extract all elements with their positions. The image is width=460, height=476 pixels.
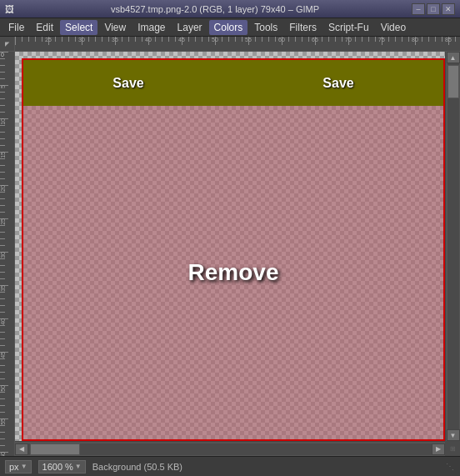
app-window: 🖼 vsb4527.tmp.png-2.0 (RGB, 1 layer) 79x… bbox=[0, 0, 460, 476]
zoom-label: 1600 % bbox=[42, 462, 73, 472]
window-title: vsb4527.tmp.png-2.0 (RGB, 1 layer) 79x40… bbox=[18, 4, 412, 14]
top-ruler: 25303540455055606570758085 bbox=[15, 37, 460, 52]
v-scroll-thumb[interactable] bbox=[448, 65, 459, 98]
unit-label: px bbox=[9, 462, 19, 472]
top-ruler-row: ◤ 25303540455055606570758085 bbox=[0, 37, 460, 52]
unit-dropdown-arrow: ▼ bbox=[21, 463, 28, 470]
left-ruler: 510152025303540455055600 bbox=[0, 52, 15, 456]
resize-grip[interactable]: ⋱ bbox=[445, 462, 455, 472]
remove-label: Remove bbox=[188, 259, 279, 286]
v-scroll-track[interactable] bbox=[448, 63, 459, 429]
save-label-left: Save bbox=[112, 76, 143, 91]
menu-edit[interactable]: Edit bbox=[31, 20, 58, 35]
menu-view[interactable]: View bbox=[99, 20, 131, 35]
menu-tools[interactable]: Tools bbox=[249, 20, 282, 35]
menu-file[interactable]: File bbox=[3, 20, 29, 35]
menu-bar: File Edit Select View Image Layer Colors… bbox=[0, 18, 460, 37]
menu-script-fu[interactable]: Script-Fu bbox=[323, 20, 374, 35]
h-scroll-thumb[interactable] bbox=[30, 443, 80, 455]
image-canvas: Save Save Remove bbox=[22, 58, 445, 441]
canvas-viewport[interactable]: Save Save Remove ◀ ▶ bbox=[15, 52, 460, 456]
maximize-button[interactable]: □ bbox=[427, 3, 440, 15]
menu-select[interactable]: Select bbox=[60, 20, 98, 35]
title-bar: 🖼 vsb4527.tmp.png-2.0 (RGB, 1 layer) 79x… bbox=[0, 0, 460, 18]
scroll-right-button[interactable]: ▶ bbox=[432, 443, 445, 455]
corner-icon: ◤ bbox=[0, 37, 14, 51]
close-button[interactable]: ✕ bbox=[442, 3, 455, 15]
unit-dropdown[interactable]: px ▼ bbox=[5, 460, 32, 473]
minimize-button[interactable]: – bbox=[412, 3, 425, 15]
main-transparent-area: Remove bbox=[23, 106, 443, 439]
menu-video[interactable]: Video bbox=[376, 20, 411, 35]
status-info: Background (50.5 KB) bbox=[92, 462, 438, 472]
ruler-canvas-row: 510152025303540455055600 Save Save Remov… bbox=[0, 52, 460, 456]
menu-layer[interactable]: Layer bbox=[172, 20, 208, 35]
scroll-corner: ⊞ bbox=[445, 441, 460, 456]
vertical-ruler-canvas: 510152025303540455055600 bbox=[0, 52, 14, 456]
window-controls: – □ ✕ bbox=[412, 3, 455, 15]
zoom-dropdown[interactable]: 1600 % ▼ bbox=[38, 460, 86, 473]
main-content: ◤ 25303540455055606570758085 51015202530… bbox=[0, 37, 460, 456]
menu-colors[interactable]: Colors bbox=[209, 20, 248, 35]
scroll-left-button[interactable]: ◀ bbox=[15, 443, 28, 455]
scroll-corner-icon: ⊞ bbox=[445, 441, 460, 456]
menu-filters[interactable]: Filters bbox=[284, 20, 322, 35]
save-label-right: Save bbox=[322, 76, 353, 91]
vertical-scrollbar[interactable]: ▲ ▼ bbox=[445, 52, 460, 441]
menu-image[interactable]: Image bbox=[132, 20, 170, 35]
status-bar: px ▼ 1600 % ▼ Background (50.5 KB) ⋱ bbox=[0, 456, 460, 476]
scroll-down-button[interactable]: ▼ bbox=[447, 429, 460, 441]
zoom-dropdown-arrow: ▼ bbox=[75, 463, 82, 470]
top-ruler-canvas: 25303540455055606570758085 bbox=[15, 37, 460, 51]
horizontal-scrollbar[interactable]: ◀ ▶ bbox=[15, 441, 445, 456]
h-scroll-track[interactable] bbox=[28, 443, 432, 455]
scroll-up-button[interactable]: ▲ bbox=[447, 52, 460, 63]
ruler-corner: ◤ bbox=[0, 37, 15, 52]
save-bar: Save Save bbox=[23, 60, 443, 106]
app-icon: 🖼 bbox=[5, 4, 18, 14]
